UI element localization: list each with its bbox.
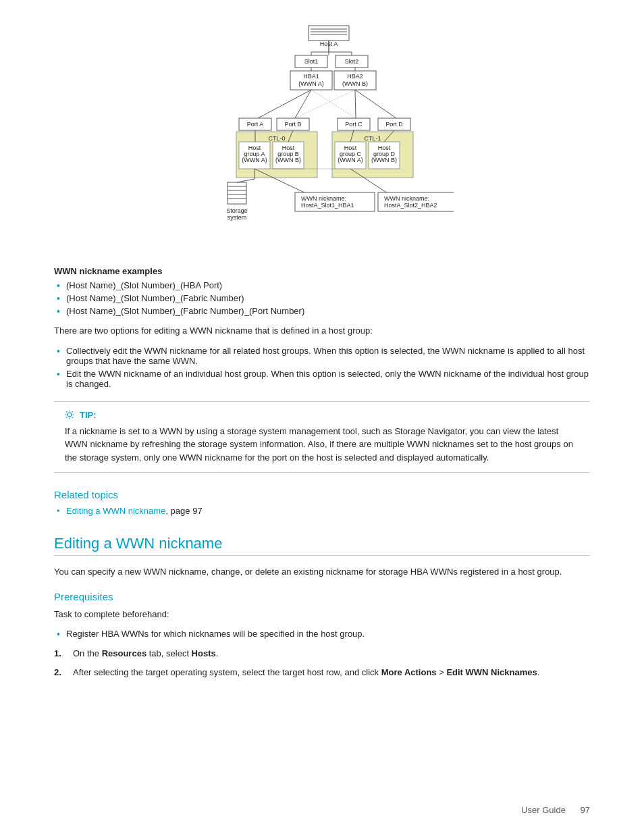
footer-label: User Guide — [521, 805, 566, 815]
wwn-example-2: (Host Name)_(Slot Number)_(Fabric Number… — [54, 293, 590, 303]
svg-line-24 — [355, 90, 356, 118]
step-1-middle: tab, select — [146, 648, 191, 658]
tip-label: TIP: — [65, 410, 579, 421]
page-content: Host A Slot1 Slot2 HBA1 (WWN A) HBA2 (WW… — [0, 0, 644, 727]
prerequisites-heading: Prerequisites — [54, 591, 590, 602]
step-2-after: . — [537, 667, 540, 677]
tip-label-text: TIP: — [80, 410, 97, 420]
editing-section-intro: You can specify a new WWN nickname, chan… — [54, 565, 590, 579]
svg-line-85 — [72, 411, 73, 412]
step-1-bold2: Hosts — [192, 648, 216, 658]
related-topic-link[interactable]: Editing a WWN nickname — [66, 506, 165, 516]
svg-line-25 — [355, 90, 396, 118]
step-1-after: . — [216, 648, 219, 658]
svg-text:Storage: Storage — [226, 207, 248, 214]
svg-text:HostA_Slot2_HBA2: HostA_Slot2_HBA2 — [384, 202, 437, 209]
wwn-examples-section: WWN nickname examples (Host Name)_(Slot … — [54, 266, 590, 316]
svg-line-68 — [237, 179, 254, 182]
editing-section-heading: Editing a WWN nickname — [54, 535, 590, 556]
svg-text:WWN nickname:: WWN nickname: — [301, 195, 346, 202]
svg-point-78 — [68, 413, 72, 417]
step-2-bold2: Edit WWN Nicknames — [446, 667, 537, 677]
svg-rect-60 — [227, 182, 246, 204]
svg-text:Slot1: Slot1 — [304, 58, 319, 65]
svg-text:(WWN B): (WWN B) — [371, 157, 397, 163]
svg-text:Port C: Port C — [345, 121, 363, 128]
svg-text:Port D: Port D — [385, 121, 403, 128]
svg-line-27 — [295, 90, 355, 118]
prerequisites-section: Prerequisites Task to complete beforehan… — [54, 591, 590, 679]
svg-text:(WWN A): (WWN A) — [298, 80, 324, 87]
footer-page-number: 97 — [581, 805, 590, 815]
step-2-middle: > — [437, 667, 447, 677]
related-topic-suffix: , page 97 — [165, 506, 202, 516]
related-topics-section: Related topics Editing a WWN nickname, p… — [54, 489, 590, 516]
wwn-examples-heading: WWN nickname examples — [54, 266, 590, 276]
related-topics-heading: Related topics — [54, 489, 590, 500]
svg-text:WWN nickname:: WWN nickname: — [384, 195, 429, 202]
svg-text:HBA1: HBA1 — [303, 73, 319, 80]
svg-line-83 — [66, 411, 67, 412]
prerequisite-1: Register HBA WWNs for which nicknames wi… — [54, 629, 590, 639]
tip-icon — [65, 410, 76, 421]
step-1-bold1: Resources — [102, 648, 146, 658]
wwn-examples-list: (Host Name)_(Slot Number)_(HBA Port) (Ho… — [54, 280, 590, 316]
svg-text:system: system — [227, 214, 247, 221]
edit-option-2: Edit the WWN nickname of an individual h… — [54, 369, 590, 389]
svg-text:(WWN B): (WWN B) — [275, 157, 301, 163]
svg-text:(WWN A): (WWN A) — [338, 157, 363, 163]
tip-text: If a nickname is set to a WWN by using a… — [65, 425, 579, 465]
svg-line-26 — [311, 90, 356, 118]
svg-text:(WWN B): (WWN B) — [342, 80, 368, 87]
step-2: After selecting the target operating sys… — [54, 666, 590, 679]
svg-text:Slot2: Slot2 — [345, 58, 359, 65]
diagram-container: Host A Slot1 Slot2 HBA1 (WWN A) HBA2 (WW… — [54, 20, 590, 250]
wwn-example-3: (Host Name)_(Slot Number)_(Fabric Number… — [54, 306, 590, 316]
network-diagram: Host A Slot1 Slot2 HBA1 (WWN A) HBA2 (WW… — [190, 20, 454, 250]
svg-text:HBA2: HBA2 — [347, 73, 363, 80]
step-1-before: On the — [73, 648, 102, 658]
step-1: On the Resources tab, select Hosts. — [54, 647, 590, 660]
edit-option-1: Collectively edit the WWN nickname for a… — [54, 346, 590, 366]
step-2-bold1: More Actions — [381, 667, 437, 677]
svg-rect-0 — [308, 26, 349, 41]
svg-line-86 — [66, 417, 67, 417]
svg-line-84 — [72, 417, 73, 417]
editing-section: Editing a WWN nickname You can specify a… — [54, 535, 590, 679]
page-footer: User Guide 97 — [521, 805, 590, 815]
edit-options-intro: There are two options for editing a WWN … — [54, 324, 590, 338]
tip-box: TIP: If a nickname is set to a WWN by us… — [54, 401, 590, 473]
svg-text:Port B: Port B — [284, 121, 301, 128]
prerequisites-steps: On the Resources tab, select Hosts. Afte… — [54, 647, 590, 679]
step-2-before: After selecting the target operating sys… — [73, 667, 381, 677]
svg-text:CTL-0: CTL-0 — [268, 135, 285, 142]
related-topic-item: Editing a WWN nickname, page 97 — [54, 506, 590, 516]
svg-text:CTL-1: CTL-1 — [364, 135, 381, 142]
edit-options-list: Collectively edit the WWN nickname for a… — [54, 346, 590, 389]
prerequisites-bullet-list: Register HBA WWNs for which nicknames wi… — [54, 629, 590, 639]
wwn-example-1: (Host Name)_(Slot Number)_(HBA Port) — [54, 280, 590, 290]
svg-text:HostA_Slot1_HBA1: HostA_Slot1_HBA1 — [301, 202, 354, 209]
task-label: Task to complete beforehand: — [54, 608, 590, 621]
svg-text:Port A: Port A — [247, 121, 264, 128]
svg-text:(WWN A): (WWN A) — [242, 157, 267, 163]
